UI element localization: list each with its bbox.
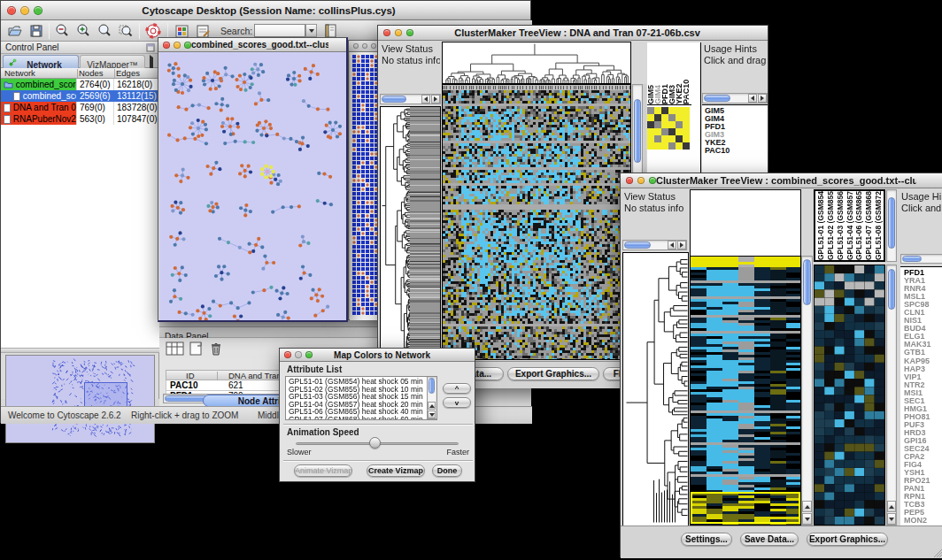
zoom-button[interactable] — [305, 351, 313, 358]
column-label[interactable]: PFD1 — [661, 42, 668, 104]
summary-cell[interactable] — [647, 114, 654, 121]
summary-cell[interactable] — [683, 107, 690, 114]
attribute-list[interactable]: GPL51-01 (GSM854) heat shock 05 min GPL5… — [285, 376, 437, 420]
summary-cell[interactable] — [668, 135, 676, 142]
close-button[interactable] — [353, 43, 359, 49]
summary-cell[interactable] — [661, 135, 668, 142]
zoom-actual-icon[interactable] — [118, 23, 134, 39]
summary-cell[interactable] — [647, 121, 654, 128]
tv1-heatmap-canvas[interactable] — [443, 85, 630, 359]
tv2-zoom-view[interactable] — [814, 265, 885, 525]
summary-cell[interactable] — [683, 142, 690, 150]
summary-cell[interactable] — [647, 135, 654, 142]
col-header-nodes[interactable]: Nodes — [79, 68, 103, 79]
gene-label[interactable]: MON2 — [904, 517, 942, 525]
float-panel-icon[interactable] — [146, 43, 155, 52]
summary-cell[interactable] — [668, 121, 676, 128]
search-input[interactable] — [254, 24, 305, 37]
summary-cell[interactable] — [661, 121, 668, 128]
attribute-table-icon[interactable] — [166, 341, 185, 357]
network-row[interactable]: RNAPuberNov2+ 563(0) 107847(0) — [1, 113, 159, 125]
zoom-selected-icon[interactable] — [97, 23, 112, 39]
vscroll-thumb[interactable] — [634, 99, 641, 163]
close-button[interactable] — [163, 42, 170, 49]
network-canvas[interactable] — [159, 52, 346, 320]
network-row-selected[interactable]: combined_sco 2569(6) 13112(15) — [1, 90, 159, 102]
summary-cell[interactable] — [676, 128, 683, 135]
tab-vizmapper[interactable]: VizMapper™ — [80, 55, 145, 68]
attribute-item[interactable]: GPL51-07 (GSM868) heat shock 60 min — [289, 416, 426, 420]
treeview2-titlebar[interactable]: ClusterMaker TreeView : combined_scores_… — [621, 173, 942, 188]
minimize-button[interactable] — [295, 351, 302, 358]
summary-cell[interactable] — [676, 121, 683, 128]
summary-cell[interactable] — [683, 114, 690, 121]
tv1-row-dendrogram-canvas[interactable] — [381, 107, 410, 360]
zoom-button[interactable] — [371, 43, 376, 49]
close-button[interactable] — [7, 6, 16, 15]
summary-cell[interactable] — [661, 142, 668, 150]
summary-cell[interactable] — [654, 128, 661, 135]
column-label[interactable]: GPL51-01 (GSM854) — [816, 191, 826, 260]
zoom-button[interactable] — [184, 42, 191, 49]
column-label[interactable]: GPL51-07 (GSM868) — [864, 191, 874, 260]
column-label[interactable]: GPL51-08 (GSM872) — [874, 191, 884, 260]
done-button[interactable]: Done — [432, 464, 462, 477]
export-graphics-button[interactable]: Export Graphics... — [807, 533, 888, 546]
network-row[interactable]: DNA and Tran 07 769(0) 183728(0) — [1, 102, 159, 113]
summary-cell[interactable] — [654, 107, 661, 114]
zoom-button[interactable] — [34, 6, 42, 15]
tv2-row-dendrogram-canvas[interactable] — [623, 253, 688, 525]
hscroll-thumb[interactable] — [624, 242, 651, 249]
column-label[interactable]: GIM3 — [668, 42, 676, 104]
zoom-button[interactable] — [649, 177, 656, 184]
tv1-global-pixel-canvas[interactable] — [410, 107, 440, 360]
summary-cell[interactable] — [676, 135, 683, 142]
dialog-titlebar[interactable]: Map Colors to Network — [280, 349, 475, 362]
minimize-button[interactable] — [362, 43, 367, 49]
network-view-titlebar[interactable]: combined_scores_good.txt--cluste... — [158, 38, 346, 52]
summary-cell[interactable] — [654, 142, 661, 150]
column-label[interactable]: GPL51-04 (GSM857) — [845, 191, 855, 260]
attribute-list-vscrollbar[interactable] — [427, 377, 436, 419]
export-graphics-button[interactable]: Export Graphics... — [507, 367, 599, 380]
main-titlebar[interactable]: Cytoscape Desktop (Session Name: collins… — [1, 1, 530, 20]
tv2-status-hscrollbar[interactable] — [622, 240, 687, 250]
minimize-button[interactable] — [637, 177, 645, 184]
tv1-column-dendrogram-canvas[interactable] — [443, 42, 630, 83]
window-controls[interactable] — [1, 6, 42, 15]
close-button[interactable] — [383, 29, 390, 36]
tv1-column-dendrogram[interactable] — [442, 42, 631, 84]
tv2-heatmap-canvas[interactable] — [691, 257, 800, 525]
create-vizmap-button[interactable]: Create Vizmap — [367, 464, 425, 477]
search-dropdown-button[interactable] — [305, 24, 317, 37]
column-label[interactable]: PAC10 — [683, 42, 690, 104]
birdseye-view[interactable] — [5, 355, 155, 443]
treeview1-titlebar[interactable]: ClusterMaker TreeView : DNA and Tran 07-… — [378, 26, 768, 41]
column-label[interactable]: GIM4 — [654, 42, 661, 104]
animate-vizmap-button[interactable]: Animate Vizmap — [294, 464, 352, 477]
birdseye-canvas[interactable] — [6, 356, 154, 442]
data-col-id[interactable]: ID — [186, 371, 195, 380]
summary-cell[interactable] — [676, 114, 683, 121]
tv2-hints-hscrollbar[interactable] — [900, 254, 942, 264]
zoom-button[interactable] — [406, 29, 413, 36]
vscroll-thumb[interactable] — [888, 269, 895, 310]
summary-cell[interactable] — [683, 135, 690, 142]
col-header-network[interactable]: Network — [4, 68, 35, 79]
column-label[interactable]: GPL51-06 (GSM865) — [854, 191, 864, 260]
tv2-heatmap[interactable] — [690, 256, 801, 525]
zoom-in-icon[interactable] — [75, 23, 91, 39]
close-button[interactable] — [284, 351, 291, 358]
summary-cell[interactable] — [661, 128, 668, 135]
tv2-heat-vscrollbar[interactable] — [801, 256, 813, 525]
tv2-zoom-canvas[interactable] — [815, 265, 884, 525]
vscroll-thumb[interactable] — [888, 197, 895, 249]
move-up-button[interactable]: ^ — [443, 383, 471, 394]
tv2-global-view[interactable] — [622, 252, 689, 526]
column-label[interactable]: GIM5 — [647, 42, 654, 104]
hscroll-thumb[interactable] — [382, 96, 406, 103]
summary-cell[interactable] — [676, 142, 683, 150]
tv2-labels-vscrollbar[interactable] — [886, 189, 897, 262]
summary-cell[interactable] — [661, 107, 668, 114]
summary-cell[interactable] — [654, 121, 661, 128]
